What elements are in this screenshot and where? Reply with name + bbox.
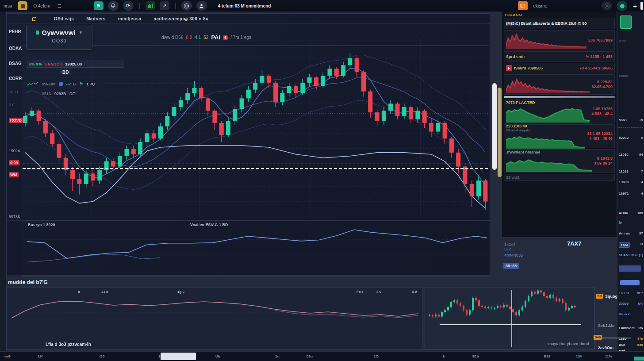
- ladder-row[interactable]: 5663+9: [619, 118, 643, 122]
- ladder-row[interactable]: 522322: [619, 136, 643, 140]
- horizontal-scrollbar[interactable]: [161, 353, 196, 360]
- chart-thumbnail-icon[interactable]: [146, 1, 155, 10]
- ladder-row[interactable]: 16.2015F7: [619, 291, 643, 295]
- ladder-row[interactable]: 136004: [619, 180, 643, 184]
- row-values: 8 1843.83 59 86 14: [594, 156, 613, 166]
- symbol-selector[interactable]: Gywvwvwi ▼ OO30: [26, 25, 92, 50]
- price-axis[interactable]: PEHRODAADSAGCORR20.110.0ROVB190240.09WM9…: [7, 23, 22, 277]
- watchlist-row[interactable]: 7973 PLAGTED1.85 197554 583 . 48 4: [504, 100, 615, 123]
- watchlist-divider[interactable]: [504, 96, 615, 98]
- chevron-down-icon[interactable]: ▼: [78, 30, 83, 35]
- volume-pane-label-left: Ruuryo 1 8920: [28, 223, 55, 227]
- chart-menu-item[interactable]: aadbissneepoa 306 n 8u: [154, 16, 209, 21]
- footer-link[interactable]: 4rvN4(035: [504, 253, 523, 257]
- ladder-price: somo: [619, 74, 628, 78]
- chart-title: dww d D668.84.1$2PAI6/ 7m 1 ega: [161, 34, 251, 41]
- divider: [175, 3, 176, 9]
- main-chart-panel: C OSil wijsMadoersmmiljeusaaadbissneepoa…: [6, 13, 490, 277]
- divider: [139, 3, 140, 9]
- arrow-up-right-icon[interactable]: ↗: [160, 1, 169, 10]
- chart-menu-item[interactable]: OSil wijs: [54, 16, 74, 21]
- symbol-subtitle: OO30: [27, 38, 92, 43]
- watchlist-header: FESAGO: [505, 13, 615, 17]
- ladder-row[interactable]: 303996%: [619, 302, 643, 306]
- indicator-legend-2[interactable]: 95139292BDG!: [42, 92, 77, 96]
- help-icon[interactable]: [602, 1, 612, 11]
- row-sparkline: [506, 105, 590, 122]
- footer-chip[interactable]: 38=38: [503, 263, 519, 269]
- control-chip-top[interactable]: SB: [596, 294, 603, 298]
- main-chart-canvas[interactable]: [7, 14, 491, 277]
- ladder-row[interactable]: (p: [619, 220, 643, 224]
- price-axis-label: ODAA: [9, 46, 22, 51]
- ohlc-stats: 6% 9%6 NNBC 619025.80: [27, 61, 124, 68]
- ladder-price: 5663: [619, 118, 627, 122]
- edge-handle[interactable]: [640, 2, 643, 10]
- row-main: Sprd ondr: [506, 54, 584, 59]
- logo-icon[interactable]: ▦: [18, 1, 27, 10]
- time-axis: nnG19/(101rUb1rr03u1Cr1rE1bE1813V11%: [0, 351, 644, 361]
- ladder-row[interactable]: 46 372: [619, 312, 643, 316]
- theme-icon[interactable]: [617, 1, 627, 11]
- watchlist-row[interactable]: Sprd ondr% 3255 - 1 458: [504, 51, 615, 62]
- vertical-scrollbar[interactable]: [492, 83, 497, 170]
- ladder-row[interactable]: Amrns97: [619, 231, 643, 235]
- chart-toolbar: C OSil wijsMadoersmmiljeusaaadbissneepoa…: [7, 14, 490, 24]
- flag-icon[interactable]: ⚑: [94, 1, 104, 10]
- plus-icon[interactable]: +: [633, 2, 637, 10]
- flag-icon: ⚑: [79, 81, 83, 86]
- dotted-rule: [99, 84, 302, 84]
- account-menu[interactable]: O 4elern: [33, 4, 50, 8]
- chart-menu-item[interactable]: Madoers: [86, 16, 106, 21]
- bottom-left-indicator-panel: b41 51g 0Fo r4 05-9 Lfla d 3o3 pzzvcam4h: [6, 288, 422, 350]
- indicator-line-canvas[interactable]: [7, 288, 422, 349]
- control-label-bottom: 2av9Om: [598, 346, 613, 350]
- brand-logo-icon[interactable]: L!: [518, 1, 528, 10]
- ladder-row[interactable]: 110297: [619, 169, 643, 173]
- price-axis-label: PEHR: [9, 29, 21, 34]
- watchlist-row[interactable]: 535 765.7989: [504, 30, 615, 50]
- watchlist-row[interactable]: 2233103.4924 mt-4 angator45 1 65 120844 …: [504, 124, 615, 148]
- ladder-row[interactable]: 169724: [619, 192, 643, 196]
- ladder-symbol-icon[interactable]: [620, 15, 632, 29]
- row-main: [506, 32, 586, 49]
- ladder-row[interactable]: TAMO: [619, 242, 643, 248]
- ladder-price: 30399: [619, 302, 629, 306]
- ladder-price: 52232: [619, 136, 629, 140]
- watchlist-row[interactable]: Jfwwnept nmanae8 1843.83 59 86 14: [504, 149, 615, 173]
- watchlist-row[interactable]: 8 229.8262.05 4.709: [504, 74, 615, 95]
- watchlist-row[interactable]: (M)SiC) Brant albaverts & EBStA 26.0 @ 5…: [504, 18, 615, 29]
- chart-menu: OSil wijsMadoersmmiljeusaaadbissneepoa 3…: [54, 16, 221, 21]
- ladder-size: 4: [641, 180, 643, 184]
- slider-track[interactable]: [602, 338, 631, 338]
- refresh-icon[interactable]: ⟳: [123, 1, 134, 11]
- ladder-chip[interactable]: [619, 265, 641, 272]
- timeaxis-button[interactable]: [634, 357, 644, 361]
- indicator-legend-1[interactable]: uvvAavAvTB⚑EPQ: [27, 81, 302, 86]
- ladder-row[interactable]: SPANLOSE(1): [619, 253, 643, 257]
- ladder-row[interactable]: Lumblere2w: [619, 326, 643, 330]
- row-value: 8 1843.8: [594, 156, 613, 161]
- time-tick-label: 13V: [576, 354, 582, 358]
- mini-chart-canvas[interactable]: [425, 288, 594, 349]
- legend-label: 9292B: [54, 92, 66, 96]
- ladder-row[interactable]: AO8//189: [619, 211, 643, 215]
- vertical-scrollbar-secondary[interactable]: [498, 88, 502, 177]
- bell-icon[interactable]: [108, 1, 119, 11]
- row-values: 1.85 197554 583 . 48 4: [591, 107, 613, 116]
- ladder-row[interactable]: somo: [619, 74, 643, 78]
- row-value: 4 493 . 48 46: [587, 136, 613, 141]
- ladder-button[interactable]: [620, 280, 640, 285]
- chart-logo: C: [31, 15, 36, 23]
- watchlist-row[interactable]: 29.wu2.: [504, 174, 615, 181]
- ladder-row[interactable]: woo: [619, 38, 643, 42]
- globe-icon[interactable]: [181, 1, 192, 11]
- hamburger-icon[interactable]: ☰: [58, 4, 61, 8]
- user-globe-icon[interactable]: [196, 1, 207, 11]
- ladder-row[interactable]: 1103094: [619, 153, 643, 157]
- watchlist-row[interactable]: FISeurs 709050578 4 2504 1 09505: [504, 63, 615, 73]
- ladder-row[interactable]: 860549: [619, 343, 643, 347]
- chart-menu-item[interactable]: mmiljeusa: [118, 16, 142, 21]
- row-sparkline: [506, 76, 590, 93]
- slider-handle[interactable]: 549: [594, 335, 602, 339]
